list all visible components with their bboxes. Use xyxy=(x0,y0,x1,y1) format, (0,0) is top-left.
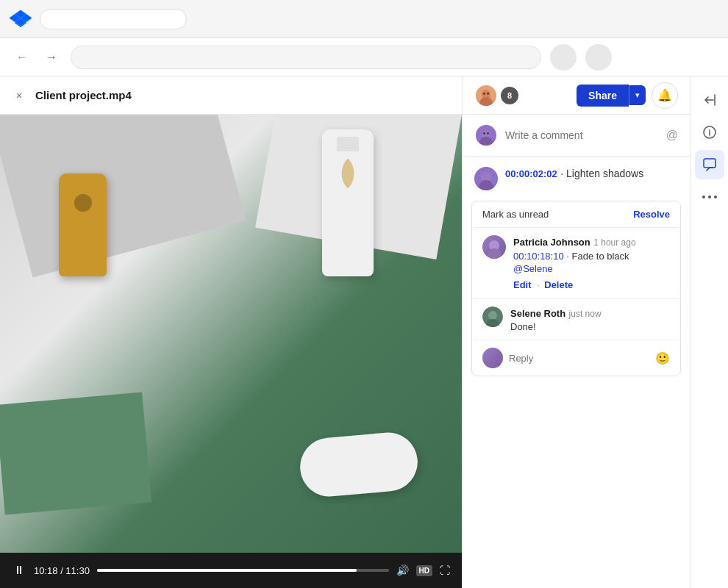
sidebar-exit-icon[interactable] xyxy=(695,85,724,115)
bottle-design-1 xyxy=(333,151,363,196)
resolve-button[interactable]: Resolve xyxy=(633,209,670,220)
thread-message-content: Patricia Johnson 1 hour ago 00:10:18:10 … xyxy=(513,235,636,291)
reply-avatar xyxy=(482,306,503,327)
svg-point-12 xyxy=(487,248,502,259)
comment-input-field[interactable] xyxy=(505,129,659,141)
svg-point-19 xyxy=(708,196,711,198)
svg-point-10 xyxy=(479,180,493,190)
url-bar[interactable] xyxy=(71,46,541,69)
reply-input-avatar xyxy=(482,348,503,368)
emoji-button[interactable]: 🙂 xyxy=(655,351,670,365)
bottle-gold xyxy=(59,173,107,276)
reply-author-name: Selene Roth xyxy=(510,308,565,319)
video-panel: × Client project.mp4 xyxy=(0,76,462,588)
bell-icon: 🔔 xyxy=(657,88,672,102)
thread-time-label: 1 hour ago xyxy=(593,237,635,248)
svg-point-20 xyxy=(714,196,717,198)
comment-body-1: 00:00:02:02 · Lighten shadows xyxy=(505,167,678,190)
commenter-face-1 xyxy=(474,167,498,190)
share-button-group: Share ▾ xyxy=(577,85,646,107)
browser-action-btn-1[interactable] xyxy=(550,44,577,71)
notifications-button[interactable]: 🔔 xyxy=(652,82,678,109)
avatars-group: 8 xyxy=(474,84,518,107)
bottle-tall xyxy=(322,129,374,276)
svg-point-14 xyxy=(488,311,497,320)
svg-point-7 xyxy=(483,132,485,135)
avatar-main xyxy=(474,84,498,107)
svg-point-4 xyxy=(487,93,489,95)
comment-input-area: @ xyxy=(463,115,690,157)
close-button[interactable]: × xyxy=(12,88,26,103)
bottle-design-2 xyxy=(68,188,98,232)
reply-author-face xyxy=(482,306,503,327)
video-controls: ⏸ 10:18 / 11:30 🔊 HD ⛶ xyxy=(0,553,462,588)
edit-button[interactable]: Edit xyxy=(513,279,532,290)
thread-main-message: Patricia Johnson 1 hour ago 00:10:18:10 … xyxy=(472,227,680,298)
video-header: × Client project.mp4 xyxy=(0,76,462,115)
svg-point-18 xyxy=(702,196,705,198)
app-container: × Client project.mp4 xyxy=(0,76,728,588)
avatar-count: 8 xyxy=(501,87,518,104)
geo-bg-1 xyxy=(0,115,246,277)
nav-back-button[interactable]: ← xyxy=(12,47,32,68)
thread-message-body: 00:10:18:10 · Fade to black xyxy=(513,251,636,262)
thread-author-name: Patricia Johnson xyxy=(513,237,590,248)
dropbox-logo xyxy=(9,9,32,29)
nav-forward-button[interactable]: → xyxy=(41,47,62,68)
reply-body: Selene Roth just now Done! xyxy=(510,306,670,332)
thread-author-face xyxy=(482,235,506,259)
thread-box: Mark as unread Resolve Patricia Johnson xyxy=(471,201,681,376)
thread-action-links: Edit · Delete xyxy=(513,278,636,291)
exit-icon-svg xyxy=(702,93,717,107)
play-pause-button[interactable]: ⏸ xyxy=(12,564,26,577)
svg-point-3 xyxy=(483,93,485,95)
browser-top-bar xyxy=(0,0,728,38)
delete-button[interactable]: Delete xyxy=(544,279,573,290)
file-title: Client project.mp4 xyxy=(35,89,132,101)
mark-unread-label: Mark as unread xyxy=(482,209,549,220)
comment-item[interactable]: 00:00:02:02 · Lighten shadows xyxy=(463,157,690,201)
right-sidebar xyxy=(690,76,728,588)
share-button[interactable]: Share xyxy=(577,85,629,107)
current-user-avatar xyxy=(474,123,498,147)
progress-bar[interactable] xyxy=(97,569,389,572)
thread-timestamp-link[interactable]: 00:10:18:10 xyxy=(513,251,564,262)
thread-author-avatar xyxy=(482,235,506,259)
top-address-bar[interactable] xyxy=(40,9,187,29)
mention-selene[interactable]: @Selene xyxy=(513,263,553,274)
comment-text-1: Lighten shadows xyxy=(566,168,643,179)
thread-mention: @Selene xyxy=(513,262,636,275)
reply-input-area: 🙂 xyxy=(472,340,680,376)
thread-header: Mark as unread Resolve xyxy=(472,201,680,227)
svg-rect-17 xyxy=(704,159,715,168)
fullscreen-button[interactable]: ⛶ xyxy=(440,564,450,576)
svg-point-6 xyxy=(479,137,493,147)
avatar-face-1 xyxy=(476,84,496,107)
browser-action-btn-2[interactable] xyxy=(585,44,612,71)
reply-time: just now xyxy=(569,309,602,319)
comments-panel: 8 Share ▾ 🔔 @ xyxy=(462,76,690,588)
sidebar-comments-button[interactable] xyxy=(695,150,724,179)
volume-icon[interactable]: 🔊 xyxy=(396,564,409,576)
bottle-cylinder xyxy=(298,430,420,499)
reply-input-field[interactable] xyxy=(509,353,649,364)
video-container[interactable] xyxy=(0,115,462,553)
more-icon-svg xyxy=(702,196,717,198)
svg-point-8 xyxy=(487,132,489,135)
geo-bg-3 xyxy=(0,392,151,515)
svg-point-2 xyxy=(479,96,493,107)
current-user-face xyxy=(476,123,496,147)
sidebar-more-button[interactable] xyxy=(695,182,724,212)
comments-icon-svg xyxy=(702,157,717,172)
browser-nav-bar: ← → xyxy=(0,38,728,76)
comments-header: 8 Share ▾ 🔔 xyxy=(463,76,690,115)
share-dropdown-button[interactable]: ▾ xyxy=(629,85,646,105)
comment-timestamp-1[interactable]: 00:00:02:02 xyxy=(505,168,557,179)
svg-point-0 xyxy=(74,194,92,212)
reply-message: Selene Roth just now Done! xyxy=(472,298,680,340)
at-mention-icon[interactable]: @ xyxy=(666,129,678,142)
hd-badge: HD xyxy=(416,565,432,576)
sidebar-info-button[interactable] xyxy=(695,118,724,147)
thread-content-text: Fade to black xyxy=(572,251,629,262)
reply-text: Done! xyxy=(510,321,670,332)
